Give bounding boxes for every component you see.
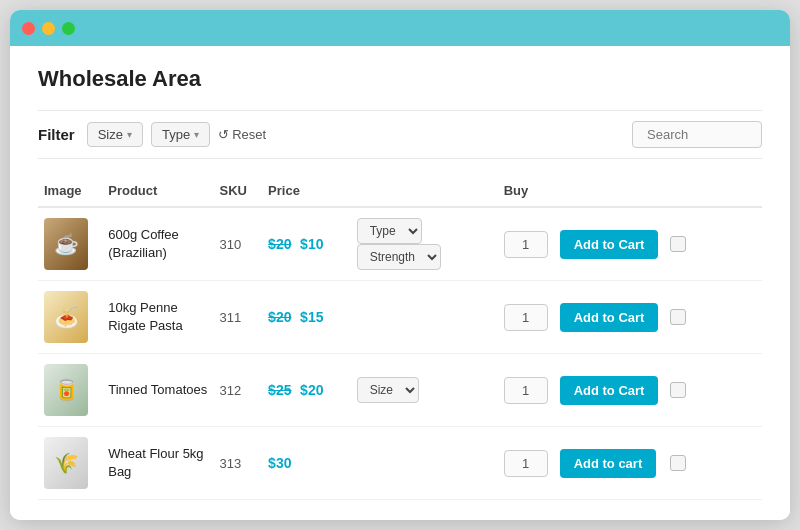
reset-label: Reset xyxy=(232,127,266,142)
sku-value: 311 xyxy=(220,310,242,325)
col-header-qty xyxy=(554,175,665,207)
sku-cell: 311 xyxy=(214,281,263,354)
table-row: 🍝 10kg Penne Rigate Pasta 311 $20 $15 xyxy=(38,281,762,354)
col-header-product: Product xyxy=(102,175,213,207)
row-checkbox[interactable] xyxy=(670,382,686,398)
product-name: 600g Coffee (Brazilian) xyxy=(108,227,179,260)
product-name: 10kg Penne Rigate Pasta xyxy=(108,300,182,333)
product-image: 🍝 xyxy=(44,291,88,343)
type-filter-button[interactable]: Type ▾ xyxy=(151,122,210,147)
add-to-cart-button[interactable]: Add to cart xyxy=(560,449,657,478)
table-row: 🥫 Tinned Tomatoes 312 $25 $20 Size xyxy=(38,354,762,427)
product-name: Wheat Flour 5kg Bag xyxy=(108,446,203,479)
type-filter-label: Type xyxy=(162,127,190,142)
row-checkbox[interactable] xyxy=(670,455,686,471)
checkbox-cell xyxy=(664,207,740,281)
col-header-check xyxy=(741,175,762,207)
price-old: $20 xyxy=(268,236,291,252)
price-cell: $20 $15 xyxy=(262,281,351,354)
products-table: Image Product SKU Price Buy ☕ xyxy=(38,175,762,500)
product-image: ☕ xyxy=(44,218,88,270)
table-header-row: Image Product SKU Price Buy xyxy=(38,175,762,207)
product-name: Tinned Tomatoes xyxy=(108,382,207,397)
product-name-cell: Wheat Flour 5kg Bag xyxy=(102,427,213,500)
size-option-select[interactable]: Size xyxy=(357,377,419,403)
col-header-image: Image xyxy=(38,175,102,207)
maximize-dot[interactable] xyxy=(62,22,75,35)
titlebar xyxy=(10,10,790,46)
product-name-cell: 10kg Penne Rigate Pasta xyxy=(102,281,213,354)
quantity-input[interactable] xyxy=(504,231,548,258)
product-image-cell: 🌾 xyxy=(38,427,102,500)
checkbox-cell xyxy=(664,281,740,354)
checkbox-cell xyxy=(664,427,740,500)
checkbox-cell xyxy=(664,354,740,427)
product-image-cell: ☕ xyxy=(38,207,102,281)
close-dot[interactable] xyxy=(22,22,35,35)
col-header-action xyxy=(664,175,740,207)
filter-bar: Filter Size ▾ Type ▾ ↺ Reset xyxy=(38,110,762,159)
filter-label: Filter xyxy=(38,126,75,143)
action-cell: Add to Cart xyxy=(554,281,665,354)
product-name-cell: 600g Coffee (Brazilian) xyxy=(102,207,213,281)
chevron-down-icon: ▾ xyxy=(194,129,199,140)
size-filter-button[interactable]: Size ▾ xyxy=(87,122,143,147)
col-header-options xyxy=(351,175,498,207)
chevron-down-icon: ▾ xyxy=(127,129,132,140)
table-row: ☕ 600g Coffee (Brazilian) 310 $20 $10 xyxy=(38,207,762,281)
options-cell xyxy=(351,281,498,354)
type-option-select[interactable]: Type xyxy=(357,218,422,244)
quantity-input[interactable] xyxy=(504,304,548,331)
price-old: $25 xyxy=(268,382,291,398)
buy-qty-cell xyxy=(498,207,554,281)
price-new: $15 xyxy=(300,309,323,325)
price-cell: $20 $10 xyxy=(262,207,351,281)
action-cell: Add to cart xyxy=(554,427,665,500)
options-cell: Type Strength xyxy=(351,207,498,281)
reset-icon: ↺ xyxy=(218,127,229,142)
size-filter-label: Size xyxy=(98,127,123,142)
minimize-dot[interactable] xyxy=(42,22,55,35)
col-header-buy: Buy xyxy=(498,175,554,207)
product-name-cell: Tinned Tomatoes xyxy=(102,354,213,427)
add-to-cart-button[interactable]: Add to Cart xyxy=(560,376,659,405)
add-to-cart-button[interactable]: Add to Cart xyxy=(560,303,659,332)
main-window: Wholesale Area Filter Size ▾ Type ▾ ↺ Re… xyxy=(10,10,790,520)
options-cell: Size xyxy=(351,354,498,427)
action-cell: Add to Cart xyxy=(554,207,665,281)
price-new: $20 xyxy=(300,382,323,398)
sku-value: 310 xyxy=(220,237,242,252)
price-cell: $30 xyxy=(262,427,351,500)
add-to-cart-button[interactable]: Add to Cart xyxy=(560,230,659,259)
table-row: 🌾 Wheat Flour 5kg Bag 313 $30 xyxy=(38,427,762,500)
price-cell: $25 $20 xyxy=(262,354,351,427)
price-old: $20 xyxy=(268,309,291,325)
reset-filter-button[interactable]: ↺ Reset xyxy=(218,127,266,142)
search-input[interactable] xyxy=(632,121,762,148)
row-checkbox[interactable] xyxy=(670,309,686,325)
sku-cell: 310 xyxy=(214,207,263,281)
buy-qty-cell xyxy=(498,427,554,500)
price-single: $30 xyxy=(268,455,291,471)
sku-cell: 313 xyxy=(214,427,263,500)
action-cell: Add to Cart xyxy=(554,354,665,427)
sku-value: 313 xyxy=(220,456,242,471)
sku-value: 312 xyxy=(220,383,242,398)
strength-option-select[interactable]: Strength xyxy=(357,244,441,270)
quantity-input[interactable] xyxy=(504,450,548,477)
buy-qty-cell xyxy=(498,281,554,354)
product-image-cell: 🍝 xyxy=(38,281,102,354)
row-checkbox[interactable] xyxy=(670,236,686,252)
col-header-price: Price xyxy=(262,175,351,207)
page-content: Wholesale Area Filter Size ▾ Type ▾ ↺ Re… xyxy=(10,46,790,520)
product-image-cell: 🥫 xyxy=(38,354,102,427)
product-image: 🥫 xyxy=(44,364,88,416)
col-header-sku: SKU xyxy=(214,175,263,207)
options-cell xyxy=(351,427,498,500)
buy-qty-cell xyxy=(498,354,554,427)
price-new: $10 xyxy=(300,236,323,252)
sku-cell: 312 xyxy=(214,354,263,427)
page-title: Wholesale Area xyxy=(38,66,762,92)
product-image: 🌾 xyxy=(44,437,88,489)
quantity-input[interactable] xyxy=(504,377,548,404)
